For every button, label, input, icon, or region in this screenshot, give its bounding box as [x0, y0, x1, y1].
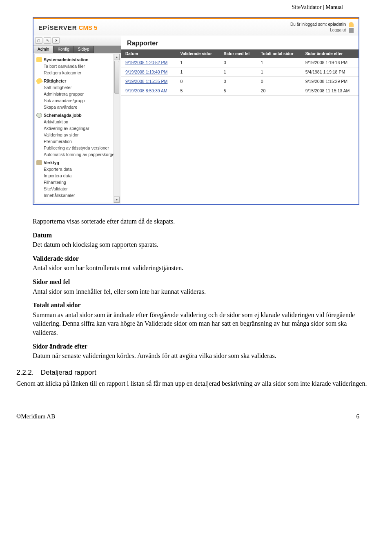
- tree-item[interactable]: Ta bort oanvända filer: [36, 63, 118, 69]
- toolbar-icon-3[interactable]: ⟳: [52, 37, 60, 44]
- login-info: Du är inloggad som: epiadmin Logga ut: [290, 22, 354, 33]
- cell-changed: 9/15/2008 11:15:13 AM: [301, 86, 359, 96]
- report-date-link[interactable]: 9/19/2008 1:20:52 PM: [121, 58, 176, 67]
- report-date-link[interactable]: 9/19/2008 8:59:39 AM: [121, 86, 176, 96]
- column-header: Totalt antal sidor: [257, 49, 301, 58]
- section-222-body: Genom att klicka på länken till en rappo…: [16, 379, 376, 388]
- table-row: 9/19/2008 1:19:40 PM1115/4/1981 1:19:18 …: [121, 67, 359, 77]
- logged-in-label: Du är inloggad som:: [290, 22, 327, 27]
- nav-tree: SystemadministrationTa bort oanvända fil…: [34, 54, 120, 203]
- cell-total: 1: [257, 58, 301, 67]
- report-date-link[interactable]: 9/19/2008 1:19:40 PM: [121, 67, 176, 77]
- tree-item[interactable]: Arkivfunktion: [36, 118, 118, 125]
- ico-clock-icon: [36, 113, 42, 118]
- validerade-body: Antal sidor som har kontrollerats mot va…: [33, 264, 359, 273]
- ico-wrench-icon: [36, 57, 42, 62]
- tree-item[interactable]: Sök användare/grupp: [36, 97, 118, 104]
- tab-konfig[interactable]: Konfig: [53, 46, 74, 53]
- section-222-heading: 2.2.2. Detaljerad rapport: [0, 369, 392, 377]
- tree-group[interactable]: Schemalagda jobb: [36, 112, 118, 118]
- cell-errors: 0: [220, 58, 257, 67]
- app-logo: EPiSERVER CMS 5: [38, 24, 97, 31]
- page-footer: ©Meridium AB 6: [0, 393, 392, 428]
- cell-validated: 0: [176, 77, 220, 86]
- cell-validated: 1: [176, 67, 220, 77]
- scroll-thumb[interactable]: [114, 61, 119, 94]
- scroll-up-icon[interactable]: ▴: [114, 54, 120, 60]
- screenshot-frame: EPiSERVER CMS 5 Du är inloggad som: epia…: [33, 17, 359, 205]
- tree-item[interactable]: Administrera grupper: [36, 91, 118, 97]
- cell-errors: 1: [220, 67, 257, 77]
- ico-tools-icon: [36, 160, 42, 165]
- table-row: 9/19/2008 1:20:52 PM1019/19/2008 1:19:16…: [121, 58, 359, 67]
- sidebar-tabs: Admin Konfig Sidtyp: [33, 46, 121, 53]
- table-row: 9/19/2008 8:59:39 AM55209/15/2008 11:15:…: [121, 86, 359, 96]
- tree-item[interactable]: Automatisk tömning av papperskorgen: [36, 151, 118, 158]
- totalt-heading: Totalt antal sidor: [33, 301, 359, 310]
- tree-item[interactable]: Skapa användare: [36, 104, 118, 110]
- cell-total: 1: [257, 67, 301, 77]
- logo-product: CMS 5: [79, 24, 98, 31]
- tree-item[interactable]: SiteValidator: [36, 186, 118, 192]
- user-icon: [349, 22, 354, 27]
- report-table: DatumValiderade sidorSidor med felTotalt…: [121, 49, 359, 96]
- tree-group[interactable]: Verktyg: [36, 159, 118, 166]
- cell-validated: 5: [176, 86, 220, 96]
- main-panel: Rapporter DatumValiderade sidorSidor med…: [121, 36, 359, 204]
- tree-group[interactable]: Rättigheter: [36, 78, 118, 84]
- toolbar-icon-1[interactable]: ▢: [35, 37, 42, 44]
- tree-item[interactable]: Innehållskanaler: [36, 192, 118, 199]
- tree-group[interactable]: Systemadministration: [36, 56, 118, 63]
- cell-validated: 1: [176, 58, 220, 67]
- efter-heading: Sidor ändrade efter: [33, 342, 359, 351]
- cell-changed: 5/4/1981 1:19:18 PM: [301, 67, 359, 77]
- tree-item[interactable]: Redigera kategorier: [36, 69, 118, 76]
- column-header: Sidor ändrade efter: [301, 49, 359, 58]
- column-header: Sidor med fel: [220, 49, 257, 58]
- cell-total: 0: [257, 77, 301, 86]
- scroll-down-icon[interactable]: ▾: [114, 197, 120, 203]
- toolbar: ▢ ✎ ⟳: [33, 36, 121, 46]
- cell-errors: 5: [220, 86, 257, 96]
- datum-body: Det datum och klockslag som rapporten sp…: [33, 240, 359, 249]
- logout-link[interactable]: Logga ut: [330, 28, 346, 32]
- ico-key-icon: [36, 77, 43, 84]
- logout-icon: [349, 28, 354, 33]
- main-title: Rapporter: [121, 36, 359, 49]
- document-body: Rapporterna visas sorterade efter datum …: [16, 217, 376, 360]
- tree-item[interactable]: Importera data: [36, 172, 118, 179]
- footer-copyright: ©Meridium AB: [16, 413, 55, 420]
- logged-in-user: epiadmin: [328, 22, 346, 27]
- sidebar: ▢ ✎ ⟳ Admin Konfig Sidtyp Systemadminist…: [33, 36, 121, 204]
- cell-changed: 9/19/2008 1:15:29 PM: [301, 77, 359, 86]
- totalt-body: Summan av antal sidor som är ändrade eft…: [33, 311, 359, 337]
- section-title: Detaljerad rapport: [41, 369, 96, 376]
- tree-item[interactable]: Publicering av tidsstyrda versioner: [36, 145, 118, 151]
- tree-item[interactable]: Prenumeration: [36, 138, 118, 145]
- cell-total: 20: [257, 86, 301, 96]
- tree-item[interactable]: Validering av sidor: [36, 132, 118, 138]
- column-header: Validerade sidor: [176, 49, 220, 58]
- tree-item[interactable]: Aktivering av speglingar: [36, 125, 118, 132]
- tree-item[interactable]: Filhantering: [36, 179, 118, 186]
- report-date-link[interactable]: 9/19/2008 1:15:35 PM: [121, 77, 176, 86]
- tree-item[interactable]: Sätt rättigheter: [36, 84, 118, 91]
- footer-page-number: 6: [356, 413, 360, 420]
- tab-sidtyp[interactable]: Sidtyp: [74, 46, 94, 53]
- datum-heading: Datum: [33, 231, 359, 240]
- table-row: 9/19/2008 1:15:35 PM0009/19/2008 1:15:29…: [121, 77, 359, 86]
- logo-brand: EPiSERVER: [38, 24, 77, 31]
- fel-heading: Sidor med fel: [33, 277, 359, 286]
- tab-admin[interactable]: Admin: [33, 46, 53, 53]
- cell-changed: 9/19/2008 1:19:16 PM: [301, 58, 359, 67]
- toolbar-icon-2[interactable]: ✎: [44, 37, 51, 44]
- cell-errors: 0: [220, 77, 257, 86]
- column-header: Datum: [121, 49, 176, 58]
- tree-item[interactable]: Exportera data: [36, 166, 118, 172]
- app-topbar: EPiSERVER CMS 5 Du är inloggad som: epia…: [33, 19, 359, 36]
- fel-body: Antal sidor som innehåller fel, eller so…: [33, 287, 359, 296]
- efter-body: Datum när senaste valideringen kördes. A…: [33, 351, 359, 360]
- tree-scrollbar[interactable]: ▴ ▾: [114, 54, 120, 203]
- intro-paragraph: Rapporterna visas sorterade efter datum …: [33, 217, 359, 226]
- page-header-right: SiteValidator | Manual: [16, 0, 376, 17]
